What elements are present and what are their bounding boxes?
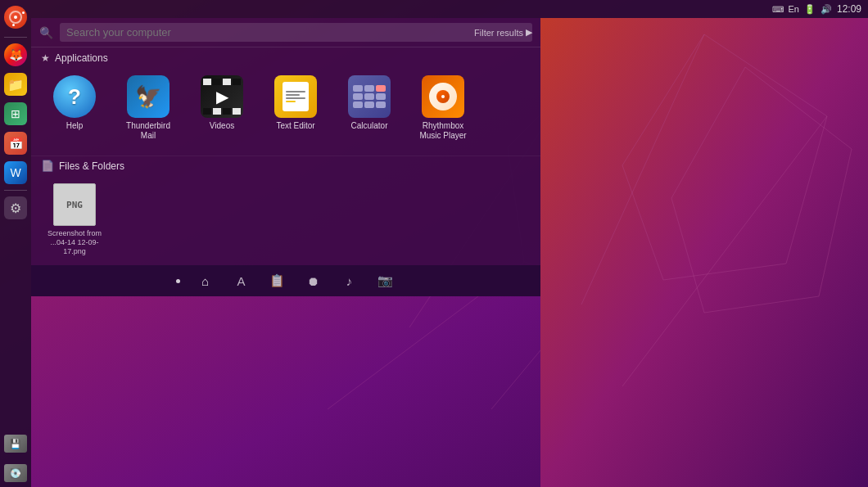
app-item-texteditor[interactable]: Text Editor xyxy=(262,70,329,146)
launcher-icon-files[interactable]: 📁 xyxy=(2,70,29,98)
launcher: 🦊 📁 ⊞ 📅 W ⚙ 💾 💽 xyxy=(0,0,31,487)
top-panel: ⌨ En 🔋 🔊 12:09 xyxy=(31,0,868,18)
app-item-rhythmbox[interactable]: Rhythmbox Music Player xyxy=(409,70,477,146)
search-overlay: 🔍 Filter results ▶ ★ Applications ? Help… xyxy=(31,18,540,296)
files-grid: PNG Screenshot from...04-14 12-09-17.png xyxy=(31,175,540,270)
battery-icon: 🔋 xyxy=(804,4,816,15)
app-item-calculator[interactable]: Calculator xyxy=(336,70,403,146)
app-icon-rhythmbox xyxy=(422,75,464,118)
launcher-icon-calendar[interactable]: 📅 xyxy=(2,129,29,157)
bottom-icon-audio[interactable]: ♪ xyxy=(339,270,360,291)
applications-section-header: ★ Applications xyxy=(31,47,540,67)
files-section-header: 📄 Files & Folders xyxy=(31,156,540,175)
app-label-thunderbird: Thunderbird Mail xyxy=(118,121,179,141)
launcher-icon-firefox[interactable]: 🦊 xyxy=(2,41,29,69)
app-icon-calculator xyxy=(348,75,391,118)
launcher-icon-drive1[interactable]: 💾 xyxy=(2,430,29,458)
search-bar: 🔍 Filter results ▶ xyxy=(31,18,540,47)
files-section-title: Files & Folders xyxy=(59,160,124,172)
desktop-right-bg xyxy=(540,18,868,487)
launcher-icon-settings[interactable]: ⚙ xyxy=(2,194,29,222)
bottom-dot xyxy=(176,279,180,283)
app-icon-help: ? xyxy=(53,75,96,118)
bottom-icon-photos[interactable]: 📷 xyxy=(375,270,396,291)
app-label-calculator: Calculator xyxy=(350,121,387,131)
applications-section-icon: ★ xyxy=(41,52,50,64)
app-item-videos[interactable]: ▶ Videos xyxy=(188,70,255,146)
bottom-icon-apps[interactable]: A xyxy=(231,270,252,291)
launcher-icon-ubuntu[interactable] xyxy=(2,3,29,31)
files-section-icon: 📄 xyxy=(41,160,54,172)
file-icon-screenshot: PNG xyxy=(53,183,96,226)
app-label-rhythmbox: Rhythmbox Music Player xyxy=(413,121,473,141)
en-label: En xyxy=(789,4,799,14)
app-icon-thunderbird: 🦅 xyxy=(127,75,170,118)
app-icon-videos: ▶ xyxy=(201,75,243,118)
app-icon-texteditor xyxy=(274,75,317,118)
bottom-icon-music[interactable]: ⏺ xyxy=(303,270,324,291)
app-label-texteditor: Text Editor xyxy=(276,121,314,131)
search-input[interactable] xyxy=(60,23,532,42)
applications-section-title: Applications xyxy=(55,52,108,64)
apps-grid: ? Help 🦅 Thunderbird Mail ▶ xyxy=(31,67,540,156)
keyboard-indicator: ⌨ xyxy=(772,5,784,14)
app-label-help: Help xyxy=(66,121,84,131)
overlay-bottom-bar: ⌂ A 📋 ⏺ ♪ 📷 xyxy=(31,265,540,296)
filter-results-button[interactable]: Filter results ▶ xyxy=(474,27,532,38)
panel-right: ⌨ En 🔋 🔊 12:09 xyxy=(772,3,862,15)
file-item-screenshot[interactable]: PNG Screenshot from...04-14 12-09-17.png xyxy=(41,178,108,260)
chevron-right-icon: ▶ xyxy=(526,27,532,38)
desktop-right xyxy=(540,18,868,487)
bottom-icon-files[interactable]: 📋 xyxy=(267,270,288,291)
volume-icon: 🔊 xyxy=(821,4,832,15)
launcher-icon-writer[interactable]: W xyxy=(2,159,29,187)
bottom-icon-home[interactable]: ⌂ xyxy=(195,270,216,291)
file-label-screenshot: Screenshot from...04-14 12-09-17.png xyxy=(44,229,105,255)
launcher-icon-drive2[interactable]: 💽 xyxy=(2,459,29,487)
search-icon: 🔍 xyxy=(39,26,53,39)
app-item-help[interactable]: ? Help xyxy=(41,70,108,146)
clock: 12:09 xyxy=(837,3,861,15)
svg-rect-8 xyxy=(540,18,868,487)
app-label-videos: Videos xyxy=(210,121,234,131)
launcher-divider-2 xyxy=(4,190,27,191)
launcher-divider-1 xyxy=(4,37,27,38)
launcher-icon-calc[interactable]: ⊞ xyxy=(2,100,29,128)
app-item-thunderbird[interactable]: 🦅 Thunderbird Mail xyxy=(115,70,182,146)
